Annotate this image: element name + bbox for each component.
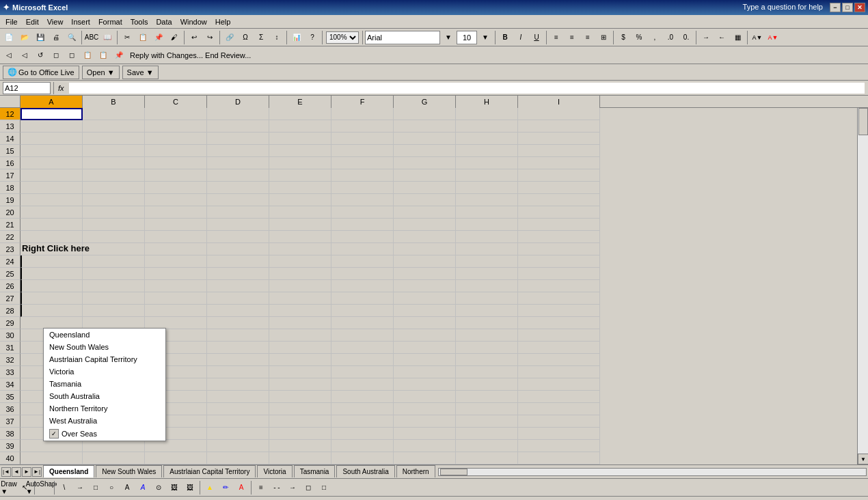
sheet-tab-nsw[interactable]: New South Wales — [96, 465, 162, 477]
restore-button[interactable]: □ — [842, 3, 853, 12]
font-color-btn[interactable]: A▼ — [765, 30, 781, 45]
chart-btn[interactable]: 📊 — [289, 30, 304, 45]
spell-btn[interactable]: ABC — [84, 30, 99, 45]
rect-btn[interactable]: □ — [88, 480, 103, 495]
dropdown-item-nt[interactable]: Northern Territory — [44, 402, 165, 415]
dropdown-item-tasmania[interactable]: Tasmania — [44, 378, 165, 390]
italic-btn[interactable]: I — [513, 30, 528, 45]
col-header-b[interactable]: B — [83, 96, 145, 108]
diagram-btn[interactable]: ⊙ — [151, 480, 166, 495]
col-header-g[interactable]: G — [394, 96, 456, 108]
tab-prev-btn[interactable]: ◄ — [12, 467, 21, 477]
t2-btn3[interactable]: ↺ — [33, 48, 48, 63]
draw-btn[interactable]: Draw ▼ — [1, 480, 16, 495]
dropdown-item-nsw[interactable]: New South Wales — [44, 341, 165, 353]
menu-format[interactable]: Format — [94, 16, 126, 27]
menu-data[interactable]: Data — [152, 16, 176, 27]
line-style-btn[interactable]: ≡ — [254, 480, 269, 495]
redo-btn[interactable]: ↪ — [202, 30, 217, 45]
font-size-input[interactable] — [457, 31, 477, 44]
line-color-btn[interactable]: ✏ — [218, 480, 233, 495]
t2-btn4[interactable]: ◻ — [49, 48, 64, 63]
col-header-i[interactable]: I — [518, 96, 600, 108]
clipart-btn[interactable]: 🖼 — [167, 480, 182, 495]
minimize-button[interactable]: − — [830, 3, 841, 12]
sheet-tab-victoria[interactable]: Victoria — [257, 465, 292, 477]
fill-btn[interactable]: ▲ — [202, 480, 217, 495]
dropdown-item-queensland[interactable]: Queensland — [44, 329, 165, 341]
col-header-h[interactable]: H — [456, 96, 518, 108]
dropdown-item-wa[interactable]: West Australia — [44, 415, 165, 427]
sum-btn[interactable]: Σ — [254, 30, 269, 45]
t2-btn6[interactable]: 📋 — [80, 48, 95, 63]
align-right-btn[interactable]: ≡ — [580, 30, 595, 45]
line-btn[interactable]: \ — [57, 480, 72, 495]
formula-input[interactable] — [68, 82, 865, 94]
cell-c12[interactable] — [145, 108, 207, 120]
dropdown-item-overseas[interactable]: ✓ Over Seas — [44, 427, 165, 441]
shadow-btn[interactable]: ◻ — [301, 480, 316, 495]
new-btn[interactable]: 📄 — [1, 30, 16, 45]
t2-btn5[interactable]: ◻ — [64, 48, 79, 63]
wordart-btn[interactable]: A — [135, 480, 150, 495]
symbols-btn[interactable]: Ω — [238, 30, 253, 45]
menu-insert[interactable]: Insert — [67, 16, 94, 27]
picture-btn[interactable]: 🖼 — [182, 480, 198, 495]
col-header-f[interactable]: F — [331, 96, 394, 108]
align-left-btn[interactable]: ≡ — [549, 30, 564, 45]
percent-btn[interactable]: % — [632, 30, 647, 45]
hyperlink-btn[interactable]: 🔗 — [222, 30, 237, 45]
cell-a23[interactable]: Right Click here — [21, 243, 83, 255]
comma-btn[interactable]: , — [647, 30, 662, 45]
font-name-dropdown[interactable]: ▼ — [441, 30, 456, 45]
col-header-a[interactable]: A — [21, 96, 83, 108]
tab-next-btn[interactable]: ► — [22, 467, 31, 477]
scroll-down-btn[interactable]: ▼ — [858, 454, 868, 464]
tab-last-btn[interactable]: ►| — [32, 467, 42, 477]
cell-b12[interactable] — [83, 108, 145, 120]
merge-btn[interactable]: ⊞ — [596, 30, 611, 45]
cell-f12[interactable] — [331, 108, 394, 120]
paste-btn[interactable]: 📌 — [151, 30, 166, 45]
close-button[interactable]: ✕ — [854, 3, 865, 12]
menu-help[interactable]: Help — [211, 16, 235, 27]
arrow-btn[interactable]: → — [72, 480, 87, 495]
oval-btn[interactable]: ○ — [104, 480, 119, 495]
textbox-btn[interactable]: A — [120, 480, 135, 495]
name-box[interactable] — [3, 82, 51, 94]
research-btn[interactable]: 📖 — [100, 30, 115, 45]
cell-i12[interactable] — [518, 108, 600, 120]
col-header-c[interactable]: C — [145, 96, 207, 108]
align-center-btn[interactable]: ≡ — [565, 30, 580, 45]
sheet-tab-tasmania[interactable]: Tasmania — [294, 465, 336, 477]
t2-btn8[interactable]: 📌 — [111, 48, 126, 63]
scroll-thumb[interactable] — [858, 108, 868, 135]
sheet-tab-act[interactable]: Austrlaian Capital Territory — [163, 465, 256, 477]
scroll-track[interactable] — [858, 107, 868, 454]
save-btn-live[interactable]: Save ▼ — [122, 66, 159, 79]
increase-decimal-btn[interactable]: .0 — [663, 30, 678, 45]
undo-btn[interactable]: ↩ — [187, 30, 202, 45]
arrow-style-btn[interactable]: → — [285, 480, 300, 495]
sheet-tab-northern[interactable]: Northern — [396, 465, 435, 477]
menu-edit[interactable]: Edit — [22, 16, 43, 27]
save-btn[interactable]: 💾 — [33, 30, 48, 45]
format-painter-btn[interactable]: 🖌 — [167, 30, 182, 45]
dropdown-item-act[interactable]: Austrlaian Capital Territory — [44, 353, 165, 365]
menu-file[interactable]: File — [1, 16, 22, 27]
preview-btn[interactable]: 🔍 — [64, 30, 79, 45]
h-scroll-track[interactable] — [438, 468, 867, 476]
font-size-dropdown[interactable]: ▼ — [478, 30, 493, 45]
dropdown-item-victoria[interactable]: Victoria — [44, 365, 165, 378]
sheet-tab-queensland[interactable]: Queensland — [43, 465, 94, 477]
increase-indent-btn[interactable]: → — [699, 30, 714, 45]
t2-btn7[interactable]: 📋 — [96, 48, 111, 63]
3d-btn[interactable]: □ — [316, 480, 331, 495]
zoom-select[interactable]: 100% — [326, 31, 359, 44]
dropdown-item-sa[interactable]: South Australia — [44, 390, 165, 402]
print-btn[interactable]: 🖨 — [49, 30, 64, 45]
font-col-btn[interactable]: A — [234, 480, 249, 495]
cell-h12[interactable] — [456, 108, 518, 120]
menu-tools[interactable]: Tools — [126, 16, 152, 27]
open-btn-live[interactable]: Open ▼ — [82, 66, 120, 79]
